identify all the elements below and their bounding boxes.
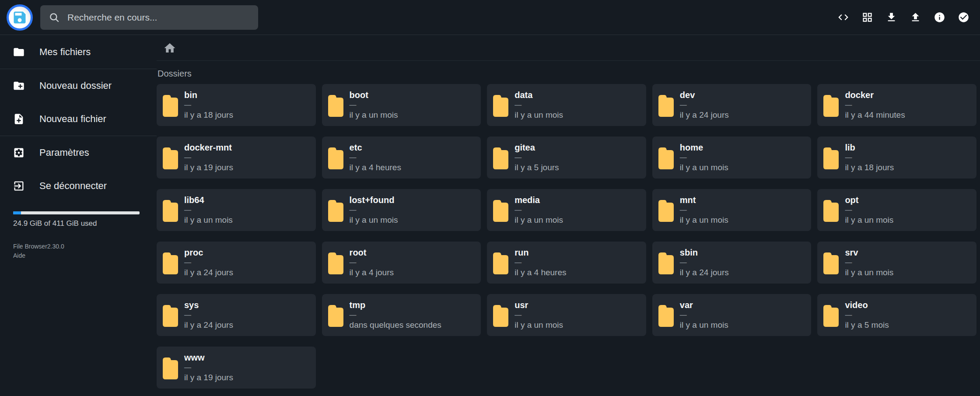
folder-name: bin [184,90,233,101]
folder-card[interactable]: mnt — il y a un mois [652,189,812,231]
folder-card[interactable]: bin — il y a 18 jours [157,84,316,126]
folder-icon [657,93,674,117]
folder-modified: il y a un mois [680,320,728,331]
breadcrumb-home-button[interactable] [163,42,176,55]
folder-card[interactable]: root — il y a 4 jours [322,242,481,284]
folder-card[interactable]: boot — il y a un mois [322,84,481,126]
folder-size-placeholder: — [514,311,563,320]
folder-name: mnt [680,195,728,206]
folder-card[interactable]: docker — il y a 44 minutes [817,84,976,126]
folder-card[interactable]: video — il y a 5 mois [817,294,976,336]
folder-card[interactable]: lib64 — il y a un mois [157,189,316,231]
filebrowser-app: { "topbar": { "search_placeholder": "Rec… [0,0,980,396]
folder-icon [327,251,343,274]
search-icon [49,12,60,23]
upload-button[interactable] [903,5,928,29]
folder-card[interactable]: media — il y a un mois [487,189,646,231]
folder-icon [13,46,25,58]
folder-icon [822,198,839,222]
section-header-folders: Dossiers [158,69,980,79]
folder-card[interactable]: docker-mnt — il y a 19 jours [157,137,316,179]
folder-name: var [680,300,728,311]
sidebar-item-new-file[interactable]: Nouveau fichier [0,102,157,136]
folder-card[interactable]: proc — il y a 24 jours [157,242,316,284]
folder-icon [492,146,508,169]
folder-card[interactable]: www — il y a 19 jours [157,347,316,389]
select-multiple-button[interactable] [952,5,976,29]
folder-name: home [680,142,728,153]
folder-card[interactable]: usr — il y a un mois [487,294,646,336]
folder-card-text: docker-mnt — il y a 19 jours [184,142,233,173]
folder-card[interactable]: etc — il y a 4 heures [322,137,481,179]
folder-name: www [184,352,233,363]
folder-card[interactable]: sbin — il y a 24 jours [652,242,812,284]
search-placeholder: Recherche en cours... [67,12,157,23]
top-bar: Recherche en cours... [0,0,980,35]
folder-card-text: tmp — dans quelques secondes [350,300,441,330]
folder-card[interactable]: tmp — dans quelques secondes [322,294,481,336]
folder-name: lib64 [184,195,233,206]
folder-name: video [845,300,889,311]
folder-card[interactable]: var — il y a un mois [652,294,812,336]
folder-name: gitea [514,142,559,153]
folder-card[interactable]: sys — il y a 24 jours [157,294,316,336]
sidebar-item-label: Nouveau dossier [39,80,112,91]
folder-name: dev [680,90,729,101]
folder-modified: il y a un mois [680,215,728,226]
folder-name: run [514,247,566,258]
raw-view-button[interactable] [831,5,855,29]
folder-icon [161,198,178,222]
folder-card-text: var — il y a un mois [680,300,728,330]
download-button[interactable] [879,5,903,29]
folder-card[interactable]: home — il y a un mois [652,137,812,179]
folder-grid: bin — il y a 18 jours boot — il y a un m… [157,84,976,389]
folder-card[interactable]: lost+found — il y a un mois [322,189,481,231]
folder-card[interactable]: opt — il y a un mois [817,189,976,231]
folder-size-placeholder: — [845,206,893,215]
version-label[interactable]: 2.30.0 [47,243,64,250]
search-bar[interactable]: Recherche en cours... [40,5,258,30]
folder-icon [161,93,178,117]
folder-modified: il y a 19 jours [184,162,233,173]
sidebar-item-settings[interactable]: Paramètres [0,136,157,169]
folder-icon [327,93,343,117]
folder-card-text: etc — il y a 4 heures [350,142,401,173]
upload-icon [910,11,921,23]
new-folder-icon [13,80,25,92]
sidebar-item-label: Se déconnecter [39,180,107,192]
folder-modified: il y a 4 jours [350,267,394,278]
info-button[interactable] [928,5,952,29]
folder-card-text: run — il y a 4 heures [514,247,566,278]
folder-card[interactable]: run — il y a 4 heures [487,242,646,284]
folder-size-placeholder: — [350,206,398,215]
folder-card[interactable]: dev — il y a 24 jours [652,84,812,126]
folder-size-placeholder: — [184,153,233,162]
folder-card[interactable]: gitea — il y a 5 jours [487,137,646,179]
sidebar-item-new-folder[interactable]: Nouveau dossier [0,69,157,102]
info-icon [934,11,945,23]
sidebar-item-label: Paramètres [39,147,89,158]
folder-icon [327,198,343,222]
sidebar-item-logout[interactable]: Se déconnecter [0,169,157,203]
folder-card[interactable]: lib — il y a 18 jours [817,137,976,179]
folder-modified: il y a un mois [350,215,398,226]
folder-size-placeholder: — [845,153,894,162]
folder-card-text: sbin — il y a 24 jours [680,247,729,278]
folder-modified: il y a un mois [514,110,563,121]
folder-size-placeholder: — [845,101,905,110]
folder-card[interactable]: srv — il y a un mois [817,242,976,284]
folder-modified: il y a 24 jours [680,110,729,121]
folder-size-placeholder: — [680,258,729,267]
folder-size-placeholder: — [845,258,893,267]
folder-card[interactable]: data — il y a un mois [487,84,646,126]
switch-view-button[interactable] [855,5,879,29]
help-link[interactable]: Aide [13,251,25,260]
sidebar-item-my-files[interactable]: Mes fichiers [0,35,157,69]
folder-modified: il y a 5 jours [514,162,559,173]
folder-card-text: www — il y a 19 jours [184,352,233,383]
folder-size-placeholder: — [350,101,398,110]
folder-modified: il y a 24 jours [680,267,729,278]
folder-size-placeholder: — [184,311,233,320]
folder-icon [161,303,178,327]
folder-modified: il y a un mois [350,110,398,121]
